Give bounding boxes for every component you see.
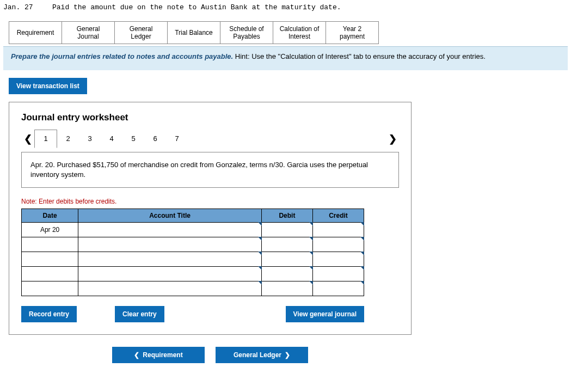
pager-page-6[interactable]: 6 (144, 130, 166, 148)
panel-title: Journal entry worksheet (21, 112, 399, 123)
cell-account[interactable] (78, 267, 262, 281)
journal-worksheet-panel: Journal entry worksheet ❮ 1234567❯ Apr. … (9, 102, 412, 335)
cell-debit[interactable] (261, 237, 312, 252)
main-tab-2[interactable]: GeneralLedger (114, 21, 168, 44)
pager-page-4[interactable]: 4 (101, 130, 122, 148)
pager-page-3[interactable]: 3 (79, 130, 101, 148)
cell-date[interactable] (22, 252, 78, 267)
pager-page-2[interactable]: 2 (57, 130, 79, 148)
cell-date[interactable] (22, 267, 78, 281)
main-tab-3[interactable]: Trial Balance (167, 21, 220, 44)
view-general-journal-button[interactable]: View general journal (286, 306, 364, 322)
cell-account[interactable] (78, 223, 262, 237)
debits-before-credits-note: Note: Enter debits before credits. (21, 198, 399, 205)
worksheet-tabs: RequirementGeneralJournalGeneralLedgerTr… (9, 21, 562, 44)
pager-page-1[interactable]: 1 (34, 130, 57, 148)
view-transaction-list-button[interactable]: View transaction list (9, 78, 87, 94)
cell-date[interactable] (22, 281, 78, 296)
bottom-nav: ❮ Requirement General Ledger ❯ (3, 347, 417, 363)
pager-next-icon[interactable]: ❯ (386, 133, 399, 145)
chevron-left-icon: ❮ (134, 351, 139, 359)
cell-debit[interactable] (261, 223, 312, 237)
col-credit-header: Credit (312, 209, 364, 223)
transaction-description: Apr. 20. Purchased $51,750 of merchandis… (21, 152, 399, 188)
pager-prev-icon[interactable]: ❮ (21, 133, 34, 145)
cell-account[interactable] (78, 237, 262, 252)
pager-page-7[interactable]: 7 (166, 130, 188, 148)
entry-pager: ❮ 1234567❯ (21, 130, 399, 148)
col-debit-header: Debit (261, 209, 312, 223)
cell-debit[interactable] (261, 281, 312, 296)
cell-credit[interactable] (312, 237, 364, 252)
cell-debit[interactable] (261, 252, 312, 267)
next-tab-button[interactable]: General Ledger ❯ (216, 347, 308, 363)
instruction-bar: Prepare the journal entries related to n… (3, 46, 568, 70)
cell-date[interactable] (22, 237, 78, 252)
chevron-right-icon: ❯ (285, 351, 290, 359)
cell-credit[interactable] (312, 223, 364, 237)
cell-debit[interactable] (261, 267, 312, 281)
col-date-header: Date (22, 209, 78, 223)
cell-account[interactable] (78, 281, 262, 296)
main-tab-0[interactable]: Requirement (9, 21, 62, 44)
cell-credit[interactable] (312, 281, 364, 296)
clear-entry-button[interactable]: Clear entry (115, 306, 164, 322)
main-tab-6[interactable]: Year 2payment (326, 21, 379, 44)
col-account-header: Account Title (78, 209, 262, 223)
main-tab-5[interactable]: Calculation ofInterest (273, 21, 326, 44)
main-tab-4[interactable]: Schedule ofPayables (220, 21, 273, 44)
cell-account[interactable] (78, 252, 262, 267)
journal-entry-table: Date Account Title Debit Credit Apr 20 (21, 209, 364, 296)
record-entry-button[interactable]: Record entry (21, 306, 77, 322)
prev-tab-button[interactable]: ❮ Requirement (112, 347, 205, 363)
transaction-line: Jan. 27Paid the amount due on the note t… (3, 3, 568, 11)
cell-credit[interactable] (312, 252, 364, 267)
pager-page-5[interactable]: 5 (122, 130, 144, 148)
cell-date[interactable]: Apr 20 (22, 223, 78, 237)
main-tab-1[interactable]: GeneralJournal (62, 21, 115, 44)
cell-credit[interactable] (312, 267, 364, 281)
